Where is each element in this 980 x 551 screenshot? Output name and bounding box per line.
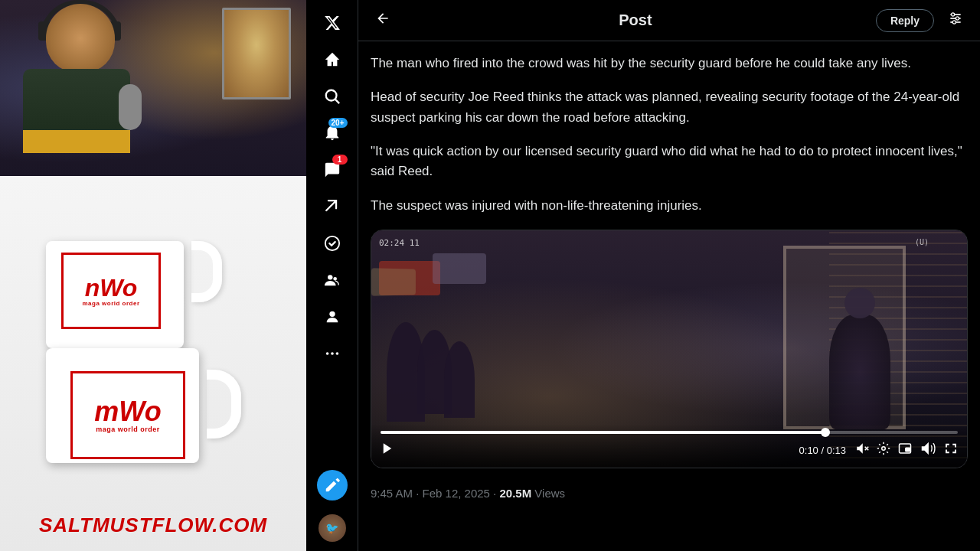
messages-badge: 1 (332, 155, 348, 165)
mug-top-body: nWo maga world order (46, 241, 184, 348)
back-button[interactable] (371, 6, 395, 34)
mute-button[interactable] (855, 442, 869, 458)
sidebar-item-messages[interactable]: 1 (317, 155, 348, 185)
video-time: 0:10 / 0:13 (799, 445, 846, 456)
post-views-count: 20.5M (499, 487, 531, 500)
post-paragraph-3: "It was quick action by our licensed sec… (371, 142, 968, 182)
video-controls: 0:10 / 0:13 (371, 425, 967, 468)
cctv-timestamp: 02:24 11 (379, 238, 420, 248)
video-container[interactable]: 02:24 11 (U) 0:10 / 0:13 (371, 230, 968, 468)
mug-bottom-body: mWo maga world order (46, 348, 199, 463)
svg-point-3 (328, 275, 332, 279)
sidebar-item-search[interactable] (317, 81, 348, 112)
controls-row: 0:10 / 0:13 (381, 440, 958, 460)
sidebar-item-verified[interactable] (317, 228, 348, 259)
post-views-label: Views (531, 487, 565, 500)
mug-bottom-sub: maga world order (96, 425, 160, 433)
svg-point-4 (333, 277, 337, 281)
svg-line-1 (335, 99, 339, 104)
post-header: Post Reply (358, 0, 980, 41)
sidebar-item-notifications[interactable]: 20+ (317, 118, 348, 148)
create-post-button[interactable] (317, 470, 348, 500)
fullscreen-button[interactable] (944, 442, 958, 458)
pip-button[interactable] (898, 442, 912, 458)
user-avatar[interactable]: 🐦 (317, 513, 348, 543)
sidebar-item-profile[interactable] (317, 302, 348, 332)
svg-rect-21 (906, 448, 910, 452)
main-figure (829, 315, 890, 429)
mug-bottom-label: mWo maga world order (70, 371, 185, 459)
person-head (46, 4, 115, 73)
avatar-image: 🐦 (318, 514, 346, 542)
sidebar-item-home[interactable] (317, 44, 348, 75)
mugs-area: nWo maga world order mWo maga world orde… (0, 176, 306, 551)
settings-button[interactable] (877, 442, 890, 458)
svg-marker-16 (857, 443, 863, 454)
video-progress-dot (821, 428, 830, 437)
svg-point-14 (952, 21, 956, 24)
svg-point-13 (956, 17, 959, 20)
play-button[interactable] (381, 442, 394, 458)
mugs-container: nWo maga world order mWo maga world orde… (46, 241, 260, 486)
person-body (23, 69, 130, 153)
sidebar-item-x-logo[interactable] (317, 8, 348, 38)
main-content: Post Reply The man who fired into the cr… (358, 0, 980, 551)
svg-point-12 (952, 13, 955, 16)
mug-top-sub: maga world order (82, 300, 139, 307)
svg-point-2 (325, 236, 338, 250)
svg-marker-22 (922, 442, 929, 455)
svg-point-0 (325, 90, 336, 101)
video-progress-bar[interactable] (381, 431, 958, 434)
svg-point-8 (335, 352, 338, 355)
post-meta: 9:45 AM · Feb 12, 2025 · 20.5M Views (358, 481, 980, 512)
svg-point-5 (329, 311, 335, 317)
svg-point-6 (325, 352, 328, 355)
sidebar-item-more[interactable] (317, 338, 348, 369)
sliders-button[interactable] (943, 6, 968, 34)
notifications-badge: 20+ (328, 118, 348, 128)
mug-top-handle (191, 241, 222, 302)
background-portrait (222, 8, 291, 99)
svg-point-19 (882, 447, 886, 451)
webcam-area (0, 0, 306, 176)
post-paragraph-4: The suspect was injured with non-life-th… (371, 196, 968, 216)
left-panel: nWo maga world order mWo maga world orde… (0, 0, 306, 551)
mug-top-label: nWo maga world order (61, 253, 161, 329)
cctv-tag: (U) (915, 238, 929, 246)
reply-button[interactable]: Reply (876, 9, 934, 32)
volume-icon[interactable] (920, 440, 936, 460)
svg-point-7 (331, 352, 334, 355)
mug-top-text: nWo (85, 276, 138, 300)
mug-bottom-text: mWo (94, 398, 161, 425)
post-time: 9:45 AM · Feb 12, 2025 · (371, 487, 499, 500)
website-text: SALTMUSTFLOW.COM (0, 514, 306, 537)
mug-bottom-handle (207, 370, 241, 439)
sidebar-item-communities[interactable] (317, 265, 348, 295)
video-progress-fill (381, 431, 825, 434)
microphone (119, 84, 142, 130)
sidebar-item-grok[interactable] (317, 191, 348, 222)
svg-marker-15 (384, 443, 392, 454)
post-content: The man who fired into the crowd was hit… (358, 41, 980, 481)
video-ctrl-icons (855, 440, 958, 460)
post-paragraph-2: Head of security Joe Reed thinks the att… (371, 87, 968, 128)
sidebar: 20+ 1 (306, 0, 358, 551)
main-figure-head (844, 288, 875, 318)
post-paragraph-1: The man who fired into the crowd was hit… (371, 54, 968, 73)
page-title: Post (404, 11, 867, 29)
